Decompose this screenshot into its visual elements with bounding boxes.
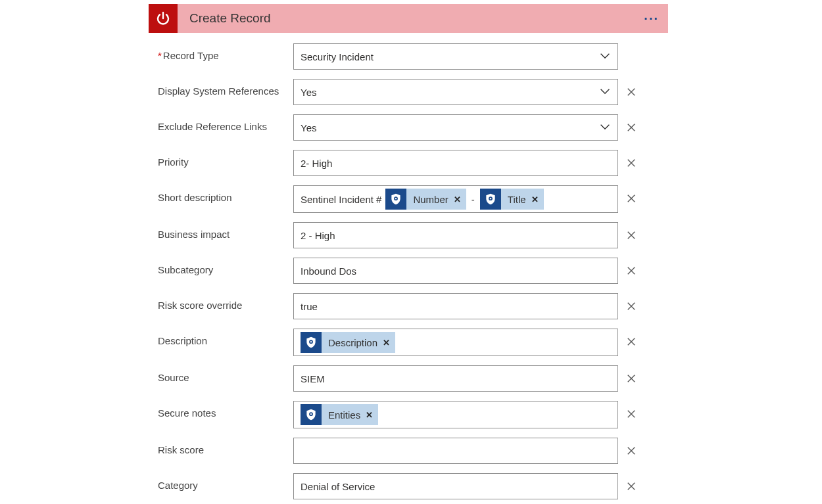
row-risk-override: Risk score override true (149, 293, 668, 319)
risk-override-value: true (301, 301, 318, 312)
priority-value: 2- High (301, 158, 332, 169)
power-icon (149, 4, 178, 33)
row-secure-notes: Secure notes Entities ✕ (149, 401, 668, 428)
token-entities-label: Entities (328, 409, 360, 421)
svg-point-3 (490, 198, 491, 199)
token-entities[interactable]: Entities ✕ (301, 404, 378, 425)
row-exclude-links: Exclude Reference Links Yes (149, 114, 668, 141)
label-short-desc: Short description (158, 185, 293, 204)
clear-exclude-links[interactable] (622, 118, 641, 137)
sentinel-icon (301, 404, 322, 425)
description-input[interactable]: Description ✕ (293, 329, 618, 356)
row-category: Category Denial of Service (149, 473, 668, 499)
svg-point-1 (395, 198, 397, 199)
label-exclude-links: Exclude Reference Links (158, 114, 293, 133)
display-refs-select[interactable]: Yes (293, 79, 618, 105)
label-risk-score: Risk score (158, 438, 293, 457)
token-separator: - (470, 194, 476, 205)
clear-biz-impact[interactable] (622, 226, 641, 244)
chevron-down-icon (598, 120, 612, 136)
category-input[interactable]: Denial of Service (293, 473, 618, 499)
label-priority: Priority (158, 150, 293, 169)
svg-point-7 (310, 413, 312, 415)
sentinel-icon (480, 189, 501, 210)
token-title[interactable]: Title ✕ (480, 189, 544, 210)
token-description[interactable]: Description ✕ (301, 332, 395, 353)
label-category: Category (158, 473, 293, 492)
token-title-remove[interactable]: ✕ (531, 195, 539, 204)
biz-impact-value: 2 - High (301, 230, 335, 241)
label-subcategory: Subcategory (158, 258, 293, 277)
card-title: Create Record (189, 11, 271, 26)
token-description-remove[interactable]: ✕ (383, 338, 390, 348)
priority-input[interactable]: 2- High (293, 150, 618, 176)
clear-display-refs[interactable] (622, 83, 641, 101)
token-number-label: Number (413, 194, 448, 205)
row-priority: Priority 2- High (149, 150, 668, 176)
clear-description[interactable] (622, 332, 641, 351)
clear-source[interactable] (622, 369, 641, 388)
row-record-type: *Record Type Security Incident (149, 43, 668, 70)
source-value: SIEM (301, 373, 325, 384)
clear-subcategory[interactable] (622, 262, 641, 280)
subcategory-value: Inbound Dos (301, 265, 356, 277)
svg-point-5 (310, 341, 312, 342)
label-biz-impact: Business impact (158, 222, 293, 241)
row-display-refs: Display System References Yes (149, 79, 668, 105)
category-value: Denial of Service (301, 481, 375, 492)
short-desc-prefix: Sentinel Incident # (301, 194, 381, 205)
chevron-down-icon (598, 84, 612, 101)
label-secure-notes: Secure notes (158, 401, 293, 420)
more-button[interactable]: ··· (644, 4, 659, 33)
chevron-down-icon (598, 49, 612, 65)
biz-impact-input[interactable]: 2 - High (293, 222, 618, 248)
exclude-links-value: Yes (301, 122, 316, 133)
token-title-label: Title (508, 194, 526, 205)
row-short-desc: Short description Sentinel Incident # Nu… (149, 185, 668, 213)
create-record-card: Create Record ··· *Record Type Security … (149, 4, 668, 504)
token-description-label: Description (328, 337, 377, 348)
short-desc-input[interactable]: Sentinel Incident # Number ✕ - (293, 185, 618, 213)
label-source: Source (158, 365, 293, 384)
label-record-type: *Record Type (158, 43, 293, 62)
row-description: Description Description ✕ (149, 329, 668, 356)
token-number-remove[interactable]: ✕ (454, 195, 461, 204)
token-entities-remove[interactable]: ✕ (366, 410, 373, 420)
clear-category[interactable] (622, 477, 641, 495)
exclude-links-select[interactable]: Yes (293, 114, 618, 141)
card-header: Create Record ··· (149, 4, 668, 33)
row-source: Source SIEM (149, 365, 668, 392)
clear-risk-score[interactable] (622, 442, 641, 460)
clear-risk-override[interactable] (622, 297, 641, 315)
row-subcategory: Subcategory Inbound Dos (149, 258, 668, 284)
required-marker: * (158, 50, 162, 61)
clear-secure-notes[interactable] (622, 405, 641, 423)
form-body: *Record Type Security Incident Display S… (149, 33, 668, 499)
clear-short-desc[interactable] (622, 189, 641, 208)
source-input[interactable]: SIEM (293, 365, 618, 392)
display-refs-value: Yes (301, 87, 316, 98)
risk-score-input[interactable] (293, 438, 618, 464)
risk-override-input[interactable]: true (293, 293, 618, 319)
row-biz-impact: Business impact 2 - High (149, 222, 668, 248)
record-type-select[interactable]: Security Incident (293, 43, 618, 70)
clear-priority[interactable] (622, 154, 641, 172)
sentinel-icon (301, 332, 322, 353)
label-description: Description (158, 329, 293, 348)
record-type-value: Security Incident (301, 51, 374, 62)
label-display-refs: Display System References (158, 79, 293, 98)
label-risk-override: Risk score override (158, 293, 293, 312)
more-icon: ··· (644, 11, 659, 26)
secure-notes-input[interactable]: Entities ✕ (293, 401, 618, 428)
subcategory-input[interactable]: Inbound Dos (293, 258, 618, 284)
token-number[interactable]: Number ✕ (385, 189, 466, 210)
row-risk-score: Risk score (149, 438, 668, 464)
sentinel-icon (385, 189, 406, 210)
